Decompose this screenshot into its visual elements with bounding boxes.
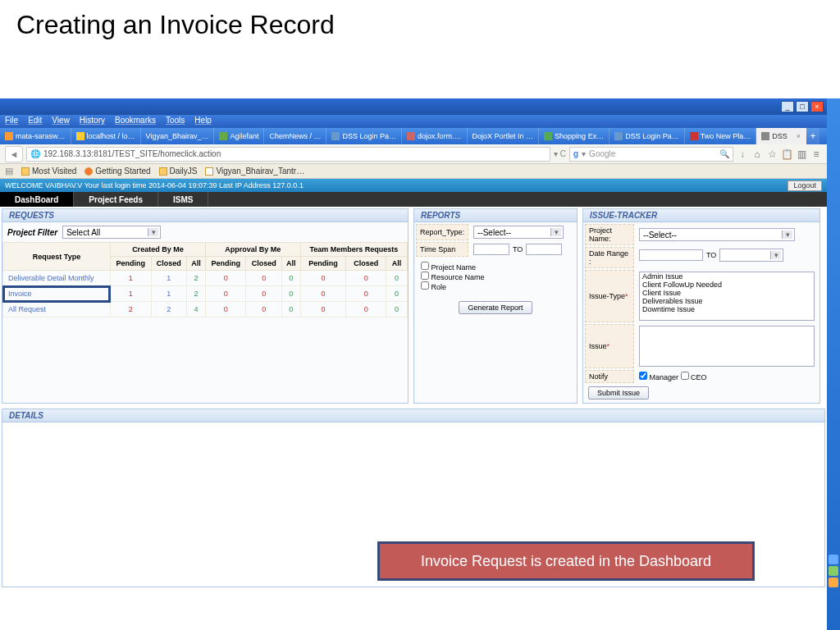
search-icon[interactable]: 🔍 <box>719 149 729 158</box>
menu-help[interactable]: Help <box>194 116 212 127</box>
menu-view[interactable]: View <box>52 116 70 127</box>
tab-item[interactable]: DojoX Portlet In … <box>468 128 540 144</box>
list-item: Client FollowUp Needed <box>640 281 814 289</box>
issue-label: Issue* <box>585 324 634 368</box>
xp-taskbar-side <box>827 98 840 630</box>
project-name-select[interactable]: --Select-- <box>639 228 795 241</box>
tab-item[interactable]: dojox.form.… <box>402 128 468 144</box>
check-manager[interactable] <box>639 372 647 380</box>
bookmark-item[interactable]: Getting Started <box>84 167 150 176</box>
date-to-input[interactable] <box>719 249 783 262</box>
menu-edit[interactable]: Edit <box>28 116 42 127</box>
annotation-callout: Invoice Request is created in the Dashbo… <box>377 541 755 581</box>
download-icon[interactable]: ↓ <box>737 148 748 160</box>
favicon-icon <box>544 132 552 140</box>
browser-menubar: File Edit View History Bookmarks Tools H… <box>0 115 827 128</box>
window-titlebar: _ □ × <box>0 98 827 115</box>
issue-tracker-panel: ISSUE-TRACKER Project Name: --Select-- D… <box>582 208 820 404</box>
table-row[interactable]: All Request 224 000 000 <box>3 302 408 317</box>
menu-history[interactable]: History <box>80 116 105 127</box>
project-filter-select[interactable]: Select All <box>62 226 161 239</box>
date-from-input[interactable] <box>639 249 703 261</box>
tab-item[interactable]: Shopping Ex… <box>539 128 609 144</box>
tray-icon[interactable] <box>829 578 838 587</box>
date-from-input[interactable] <box>473 244 509 255</box>
close-button[interactable]: × <box>810 101 824 112</box>
tab-item[interactable]: mata-sarasw… <box>0 128 71 144</box>
check-resource-name[interactable] <box>421 272 429 280</box>
maximize-button[interactable]: □ <box>796 101 809 112</box>
check-ceo[interactable] <box>681 372 689 380</box>
submit-issue-button[interactable]: Submit Issue <box>588 386 649 399</box>
nav-dashboard[interactable]: DashBoard <box>0 192 74 207</box>
col-group: Created By Me <box>110 243 205 257</box>
project-name-label: Project Name: <box>585 224 634 245</box>
favicon-icon <box>407 132 415 140</box>
table-row-invoice[interactable]: Invoice 112 000 000 <box>3 286 408 302</box>
bookmarks-toolbar: ▤ Most Visited Getting Started DailyJS V… <box>0 164 827 179</box>
report-type-select[interactable]: --Select-- <box>473 226 564 239</box>
clipboard-icon[interactable]: 📋 <box>781 148 792 160</box>
nav-isms[interactable]: ISMS <box>158 192 208 207</box>
address-bar: ◄ 🌐192.168.3.13:8181/TEST_SITE/homeclick… <box>0 144 827 164</box>
report-type-label: Report_Type: <box>416 224 468 240</box>
bookmark-item[interactable]: Most Visited <box>21 167 76 176</box>
folder-icon <box>159 167 167 176</box>
table-row[interactable]: Deliverable Detail Monthly 112 000 000 <box>3 271 408 286</box>
new-tab-button[interactable]: + <box>806 128 819 144</box>
welcome-bar: WELCOME VAIBHAV.V Your last login time 2… <box>0 179 827 192</box>
tab-item[interactable]: Vigyan_Bhairav_… <box>141 128 215 144</box>
menu-bookmarks[interactable]: Bookmarks <box>115 116 156 127</box>
favicon-icon <box>331 132 340 140</box>
tab-item[interactable]: DSS Login Pa… <box>609 128 685 144</box>
tray-icon[interactable] <box>829 566 838 576</box>
menu-tools[interactable]: Tools <box>166 116 185 127</box>
bookmark-icon[interactable]: ☆ <box>766 148 778 160</box>
menu-file[interactable]: File <box>5 116 18 127</box>
date-range-label: Date Range : <box>585 247 634 268</box>
tab-item[interactable]: Two New Pla… <box>685 128 757 144</box>
browser-tabs: mata-sarasw… localhost / lo… Vigyan_Bhai… <box>0 128 827 144</box>
firefox-icon <box>84 167 93 176</box>
issue-type-list[interactable]: Admin Issue Client FollowUp Needed Clien… <box>639 272 815 321</box>
date-to-input[interactable] <box>526 244 562 255</box>
favicon-icon <box>5 132 13 140</box>
app-nav: DashBoard Project Feeds ISMS <box>0 192 827 207</box>
tab-item[interactable]: DSS Login Pa… <box>326 128 402 144</box>
bookmark-item[interactable]: DailyJS <box>159 167 198 176</box>
favicon-icon <box>219 132 227 140</box>
issue-type-label: Issue-Type* <box>585 270 634 322</box>
col-group: Approval By Me <box>205 243 300 257</box>
panel-header: DETAILS <box>2 409 824 422</box>
back-button[interactable]: ◄ <box>5 146 23 162</box>
folder-icon <box>21 167 30 176</box>
menu-icon[interactable]: ▤ <box>5 166 13 176</box>
check-role[interactable] <box>421 281 429 290</box>
welcome-text: WELCOME VAIBHAV.V Your last login time 2… <box>5 181 304 189</box>
list-item: Deliverables Issue <box>640 297 814 305</box>
url-input[interactable]: 🌐192.168.3.13:8181/TEST_SITE/homeclick.a… <box>26 147 550 162</box>
tray-icon[interactable] <box>829 555 838 564</box>
notify-label: Notify <box>585 370 634 383</box>
requests-table: Request Type Created By Me Approval By M… <box>2 242 408 317</box>
home-icon[interactable]: ⌂ <box>751 148 763 160</box>
tab-item[interactable]: ChemNews / … <box>264 128 326 144</box>
nav-project-feeds[interactable]: Project Feeds <box>74 192 158 207</box>
list-item: Client Issue <box>640 289 814 297</box>
minimize-button[interactable]: _ <box>781 101 794 112</box>
filter-label: Project Filter <box>7 228 57 237</box>
search-input[interactable]: g▾ Google🔍 <box>569 147 733 162</box>
tab-item[interactable]: Agilefant <box>214 128 264 144</box>
google-icon: g <box>573 149 578 158</box>
generate-report-button[interactable]: Generate Report <box>459 301 532 314</box>
bookmark-item[interactable]: Vigyan_Bhairav_Tantr… <box>205 167 304 176</box>
menu-icon[interactable]: ≡ <box>810 148 822 160</box>
issue-textarea[interactable] <box>639 326 815 367</box>
extension-icon[interactable]: ▥ <box>796 148 807 160</box>
check-project-name[interactable] <box>421 262 429 270</box>
close-tab-icon[interactable]: × <box>797 132 801 140</box>
logout-button[interactable]: Logout <box>788 180 822 191</box>
page-icon <box>205 167 213 176</box>
tab-item-active[interactable]: DSS× <box>756 128 806 144</box>
tab-item[interactable]: localhost / lo… <box>71 128 141 144</box>
